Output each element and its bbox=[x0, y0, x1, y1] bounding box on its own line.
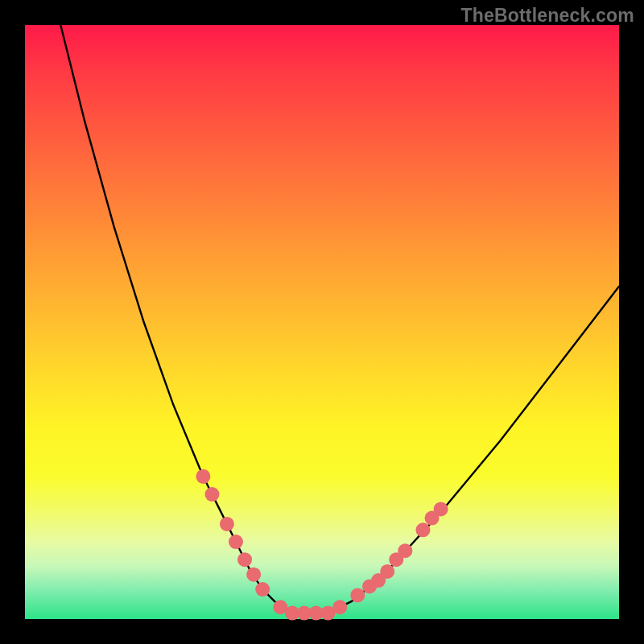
curve-marker bbox=[204, 487, 219, 502]
curve-marker bbox=[350, 588, 365, 602]
curve-marker bbox=[220, 517, 234, 531]
watermark-text: TheBottleneck.com bbox=[460, 5, 634, 27]
plot-area bbox=[25, 25, 619, 619]
curve-marker bbox=[332, 600, 347, 614]
curve-marker bbox=[380, 564, 394, 579]
bottleneck-curve bbox=[60, 25, 619, 613]
curve-marker bbox=[196, 469, 210, 484]
curve-marker bbox=[246, 568, 261, 582]
curve-marker bbox=[229, 535, 243, 549]
curve-marker bbox=[255, 582, 270, 597]
curve-marker bbox=[415, 522, 430, 537]
curve-marker bbox=[398, 543, 412, 558]
curve-marker bbox=[434, 502, 448, 516]
curve-marker bbox=[237, 552, 252, 567]
chart-frame: TheBottleneck.com bbox=[0, 0, 644, 644]
curve-svg bbox=[25, 25, 619, 619]
